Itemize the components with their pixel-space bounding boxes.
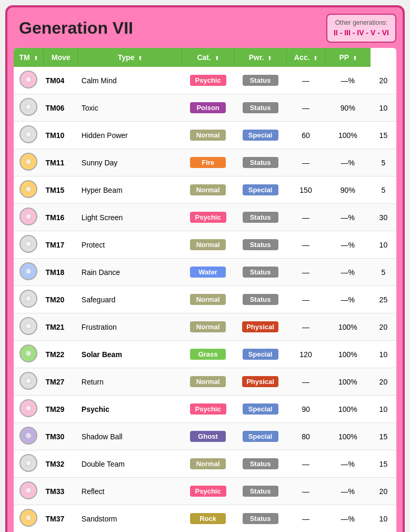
power-cell: 150 xyxy=(286,176,325,204)
tm-disc xyxy=(19,290,37,308)
move-name[interactable]: Protect xyxy=(78,231,182,259)
tm-number: TM21 xyxy=(43,313,78,341)
power-cell: 90 xyxy=(286,396,325,423)
type-badge: Psychic xyxy=(190,75,226,86)
tm-disc-cell xyxy=(14,478,43,505)
cat-badge: Special xyxy=(243,349,278,360)
col-acc[interactable]: Acc. ⬆ xyxy=(286,48,325,67)
tm-disc xyxy=(19,372,37,390)
type-cell: Psychic xyxy=(182,67,234,94)
col-tm[interactable]: TM ⬆ xyxy=(14,48,43,67)
tm-disc xyxy=(19,153,37,171)
cat-badge: Status xyxy=(243,267,278,278)
type-cell: Water xyxy=(182,259,234,286)
table-row: TM30Shadow BallGhostSpecial80100%15 xyxy=(14,423,396,450)
tm-disc xyxy=(19,98,37,116)
move-name[interactable]: Sunny Day xyxy=(78,149,182,176)
accuracy-cell: —% xyxy=(325,67,371,94)
move-name[interactable]: Reflect xyxy=(78,478,182,505)
move-name[interactable]: Safeguard xyxy=(78,286,182,313)
move-name[interactable]: Hidden Power xyxy=(78,122,182,149)
move-name[interactable]: Calm Mind xyxy=(78,67,182,94)
pp-cell: 10 xyxy=(371,396,396,423)
tm-disc xyxy=(19,454,37,472)
pp-cell: 5 xyxy=(371,176,396,204)
disc-center xyxy=(25,104,32,110)
tm-number: TM04 xyxy=(43,67,78,94)
tm-number: TM33 xyxy=(43,478,78,505)
tm-disc-cell xyxy=(14,122,43,149)
tm-disc xyxy=(19,399,37,417)
move-name[interactable]: Frustration xyxy=(78,313,182,341)
disc-center xyxy=(25,350,32,357)
cat-cell: Status xyxy=(234,259,286,286)
tm-number: TM17 xyxy=(43,231,78,259)
disc-center xyxy=(25,241,32,247)
cat-badge: Special xyxy=(243,184,278,195)
type-cell: Normal xyxy=(182,450,234,478)
page-title: Generation VII xyxy=(14,18,133,38)
cat-badge: Special xyxy=(243,130,278,141)
cat-cell: Special xyxy=(234,341,286,368)
col-move: Move xyxy=(43,48,78,67)
power-cell: — xyxy=(286,478,325,505)
pp-cell: 20 xyxy=(371,368,396,396)
cat-badge: Status xyxy=(243,294,278,305)
pp-cell: 15 xyxy=(371,450,396,478)
sort-icon-pp: ⬆ xyxy=(353,55,357,61)
tm-number: TM32 xyxy=(43,450,78,478)
power-cell: — xyxy=(286,149,325,176)
power-cell: 60 xyxy=(286,122,325,149)
col-pwr[interactable]: Pwr. ⬆ xyxy=(234,48,286,67)
pp-cell: 10 xyxy=(371,94,396,122)
move-name[interactable]: Light Screen xyxy=(78,204,182,231)
pp-cell: 20 xyxy=(371,478,396,505)
power-cell: — xyxy=(286,368,325,396)
cat-badge: Physical xyxy=(242,376,278,387)
power-cell: 120 xyxy=(286,341,325,368)
header: Generation VII Other generations: II - I… xyxy=(14,14,396,43)
accuracy-cell: 100% xyxy=(325,396,371,423)
table-row: TM27ReturnNormalPhysical—100%20 xyxy=(14,368,396,396)
move-name[interactable]: Rain Dance xyxy=(78,259,182,286)
pp-cell: 5 xyxy=(371,149,396,176)
col-pp[interactable]: PP ⬆ xyxy=(325,48,371,67)
table-row: TM29PsychicPsychicSpecial90100%10 xyxy=(14,396,396,423)
tm-number: TM29 xyxy=(43,396,78,423)
move-name[interactable]: Hyper Beam xyxy=(78,176,182,204)
accuracy-cell: 90% xyxy=(325,176,371,204)
tm-number: TM06 xyxy=(43,94,78,122)
tm-number: TM10 xyxy=(43,122,78,149)
col-cat[interactable]: Cat. ⬆ xyxy=(182,48,234,67)
accuracy-cell: —% xyxy=(325,231,371,259)
move-name[interactable]: Shadow Ball xyxy=(78,423,182,450)
move-name[interactable]: Solar Beam xyxy=(78,341,182,368)
type-badge: Psychic xyxy=(190,403,226,415)
move-name[interactable]: Psychic xyxy=(78,396,182,423)
tm-disc-cell xyxy=(14,450,43,478)
cat-cell: Physical xyxy=(234,313,286,341)
tm-disc xyxy=(19,481,37,499)
other-gen-links[interactable]: II - III - IV - V - VI xyxy=(334,27,389,38)
disc-center xyxy=(25,487,32,494)
tm-disc-cell xyxy=(14,204,43,231)
move-name[interactable]: Toxic xyxy=(78,94,182,122)
move-name[interactable]: Return xyxy=(78,368,182,396)
type-cell: Poison xyxy=(182,94,234,122)
accuracy-cell: 100% xyxy=(325,341,371,368)
sort-icon-type: ⬆ xyxy=(138,55,142,61)
move-name[interactable]: Sandstorm xyxy=(78,505,182,533)
move-name[interactable]: Double Team xyxy=(78,450,182,478)
tm-disc-cell xyxy=(14,505,43,533)
cat-badge: Status xyxy=(243,212,278,223)
power-cell: — xyxy=(286,94,325,122)
tm-disc xyxy=(19,180,37,198)
cat-badge: Status xyxy=(243,458,278,469)
col-type[interactable]: Type ⬆ xyxy=(78,48,182,67)
type-cell: Psychic xyxy=(182,478,234,505)
disc-center xyxy=(25,268,32,274)
cat-cell: Status xyxy=(234,204,286,231)
type-badge: Water xyxy=(190,267,226,278)
pp-cell: 10 xyxy=(371,505,396,533)
cat-cell: Status xyxy=(234,505,286,533)
